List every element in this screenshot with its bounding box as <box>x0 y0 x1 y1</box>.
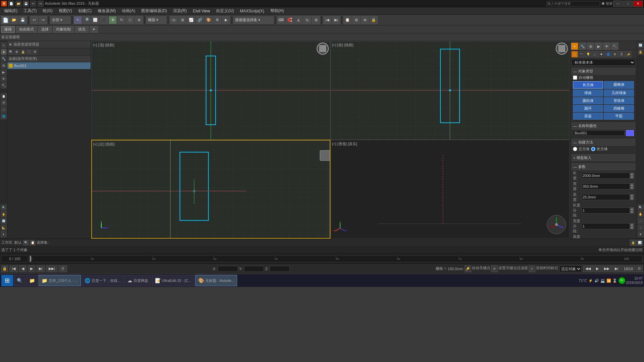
time-start-btn[interactable]: |◀ <box>9 265 18 272</box>
rp-name-input[interactable] <box>573 130 625 136</box>
angle-snap-btn[interactable]: ∡ <box>294 16 303 24</box>
undo-toolbar-btn[interactable]: ↩ <box>30 16 38 24</box>
rp-tab-motion[interactable]: ▶ <box>595 43 602 50</box>
time-next-btn[interactable]: ▶| <box>37 265 45 272</box>
sys-icon-1[interactable]: ⚡ <box>588 279 593 283</box>
close-btn[interactable]: ✕ <box>633 1 643 7</box>
menu-civil-view[interactable]: Civil View <box>190 8 213 14</box>
lt-render-btn[interactable]: 🎥 <box>1 107 7 113</box>
pb-last-frame-btn[interactable]: ▶| <box>612 265 621 272</box>
menu-edit[interactable]: 编辑(E) <box>1 8 20 14</box>
bottom-y-input[interactable] <box>244 266 264 272</box>
status-layer-btn[interactable]: 📋 <box>30 240 35 245</box>
taskbar-ultra-btn[interactable]: 📝 UltraEdit-32 - [C... <box>152 275 195 286</box>
rp-helper-btn[interactable]: ✚ <box>598 51 604 57</box>
new-scene-btn[interactable]: 📄 <box>1 16 9 24</box>
move-btn[interactable]: ✥ <box>109 16 117 24</box>
rp-space-warps-btn[interactable]: 🌀 <box>605 51 611 57</box>
menu-help[interactable]: 帮助(H) <box>268 8 287 14</box>
ri-btn-5[interactable]: ▼ <box>638 231 644 237</box>
time-config-btn[interactable]: ⚙ <box>636 265 643 272</box>
rp-auto-grid-check[interactable] <box>573 75 577 80</box>
snaps-toggle-btn[interactable]: 🧲 <box>286 16 294 24</box>
timeline-playhead[interactable] <box>30 256 31 262</box>
rp-spread-btn[interactable]: ☰ <box>619 51 625 57</box>
rp-btn-cone[interactable]: 圆锥体 <box>604 81 634 89</box>
rp-width-down[interactable]: ▼ <box>630 186 634 189</box>
align-btn[interactable]: ⊞ <box>178 16 186 24</box>
rp-length-down[interactable]: ▼ <box>630 176 634 179</box>
pb-play-btn[interactable]: ▶ <box>594 265 601 272</box>
se-hierarchy-btn[interactable]: ⬛ <box>26 49 32 55</box>
selection-filter-dropdown[interactable]: 全部 ▾ <box>50 16 70 24</box>
rp-tab-display[interactable]: 👁 <box>603 43 610 50</box>
viewport-top[interactable]: [+] [顶] [线框] <box>91 41 330 140</box>
pb-frame-display[interactable]: 19/10 <box>621 265 635 272</box>
menu-group[interactable]: 组(G) <box>40 8 55 14</box>
lt-motion-btn[interactable]: ▶ <box>1 69 7 75</box>
sys-icon-china[interactable]: 中 <box>619 277 625 284</box>
sys-icon-3[interactable]: 💻 <box>600 279 605 283</box>
menu-modifiers[interactable]: 修改器(M) <box>95 8 118 14</box>
scene-item-box001[interactable]: Box001 <box>7 62 91 69</box>
rp-section-header-creation[interactable]: — 创建方法 <box>572 139 635 146</box>
viewport-perspective-gizmo[interactable] <box>546 215 567 236</box>
rp-btn-tube[interactable]: 管状体 <box>604 97 634 104</box>
select-name-btn[interactable]: 🔎 <box>83 16 91 24</box>
rp-systems-btn[interactable]: ⚙ <box>612 51 618 57</box>
undo-btn[interactable]: ↩ <box>30 1 36 7</box>
sys-icon-4[interactable]: 📶 <box>606 279 611 283</box>
rp-light-btn[interactable]: 💡 <box>585 51 591 57</box>
lt-display-btn[interactable]: 👁 <box>1 76 7 82</box>
save-scene-btn[interactable]: 💾 <box>19 16 27 24</box>
search-input[interactable] <box>546 1 600 6</box>
viewport-perspective[interactable]: [+] [透视] [真实] X Y Z <box>330 140 570 239</box>
timeline-track[interactable]: 0 10 20 30 40 50 60 70 80 90 100 <box>30 255 643 262</box>
grid-toggle-btn[interactable]: ⊞ <box>352 16 360 24</box>
percent-snap-btn[interactable]: % <box>303 16 311 24</box>
display-btn[interactable]: 👁 <box>361 16 369 24</box>
new-btn[interactable]: 📄 <box>8 1 14 7</box>
tab-modeling[interactable]: 建模 <box>1 26 15 33</box>
rp-width-segs-input[interactable] <box>582 223 630 229</box>
rp-btn-plane[interactable]: 平面 <box>604 113 634 120</box>
rp-height-up[interactable]: ▲ <box>630 194 634 197</box>
menu-rendering[interactable]: 渲染(R) <box>170 8 190 14</box>
rect-select-btn[interactable]: ⬜ <box>91 16 99 24</box>
rp-standard-dropdown[interactable]: 标准基本体 扩展基本体 <box>572 59 635 66</box>
se-filter-btn[interactable]: ⚙ <box>14 49 19 55</box>
rp-btn-teapot[interactable]: 茶壶 <box>573 113 603 120</box>
lt-orbit-btn[interactable]: 🔄 <box>1 218 7 224</box>
pb-next-frame-btn[interactable]: ▶▶ <box>602 265 612 272</box>
rp-section-header-params[interactable]: — 参数 <box>572 163 635 170</box>
select-btn[interactable]: ↖ <box>74 16 82 24</box>
lt-select-btn[interactable]: ↖ <box>1 42 7 48</box>
tab-selection[interactable]: 选择 <box>38 26 52 33</box>
time-forward-btn[interactable]: ▶| <box>332 16 340 24</box>
time-end-btn[interactable]: ▶▶| <box>46 265 57 272</box>
rp-geometry-btn[interactable]: ⬡ <box>572 51 578 57</box>
scene-explorer-close[interactable]: ✕ <box>9 42 12 47</box>
menu-maxscript[interactable]: MAXScript(X) <box>237 8 267 14</box>
minimize-btn[interactable]: — <box>613 1 623 7</box>
se-display-btn[interactable]: 👁 <box>32 49 38 55</box>
start-button[interactable]: ⊞ <box>1 275 13 286</box>
ri-btn-1[interactable]: 🔄 <box>638 42 644 48</box>
lt-create-btn[interactable]: ✦ <box>1 49 7 55</box>
selection-lock-btn[interactable]: 🔒 <box>370 16 378 24</box>
taskbar-3dsmax-btn[interactable]: 🎨 无标题 - Autode... <box>195 275 237 286</box>
taskbar-clock[interactable]: 10:47 2019/10/19 <box>626 276 643 285</box>
bottom-z-input[interactable] <box>270 266 290 272</box>
window-crossing-btn[interactable]: ⬛ <box>100 16 108 24</box>
render-type-dropdown[interactable]: 椭圆 ▾ <box>146 16 166 24</box>
lt-down-btn[interactable]: ▼ <box>1 231 7 237</box>
search-taskbar-btn[interactable]: 🔍 <box>14 275 25 286</box>
spinner-snap-btn[interactable]: ⊞ <box>312 16 320 24</box>
schematic-btn[interactable]: 🔗 <box>196 16 204 24</box>
menu-view[interactable]: 视图(V) <box>56 8 75 14</box>
rp-camera-btn[interactable]: 🎥 <box>592 51 598 57</box>
tab-freeform[interactable]: 自由形式 <box>16 26 37 33</box>
rp-wsegs-up[interactable]: ▲ <box>630 223 634 226</box>
ri-btn-2[interactable]: 🔒 <box>638 49 644 55</box>
rp-btn-box[interactable]: 长方体 <box>573 81 603 89</box>
